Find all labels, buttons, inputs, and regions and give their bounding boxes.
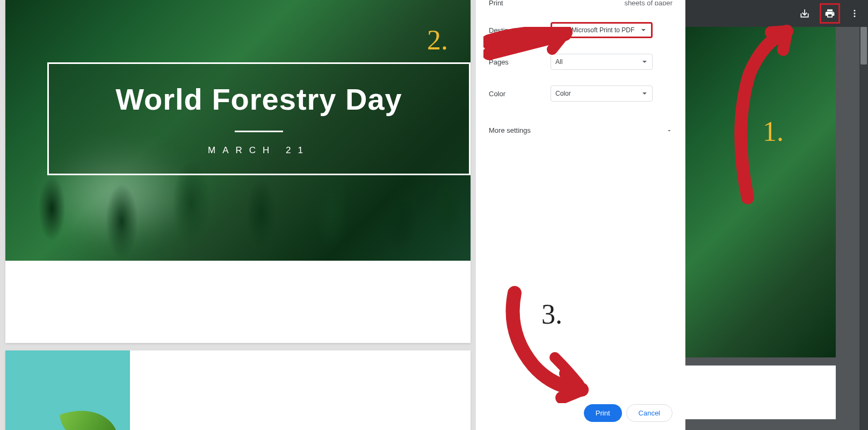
color-row: Color Color: [476, 81, 685, 106]
chevron-down-icon: [666, 127, 672, 134]
more-menu-icon[interactable]: [850, 9, 859, 18]
print-button[interactable]: Print: [584, 404, 622, 422]
more-settings-label: More settings: [489, 126, 531, 134]
pages-row: Pages All: [476, 49, 685, 74]
scrollbar-track[interactable]: [859, 27, 868, 430]
download-icon[interactable]: [799, 8, 810, 19]
print-buttons-row: Print Cancel: [584, 404, 672, 422]
pages-label: Pages: [489, 58, 551, 66]
chevron-down-icon: [641, 29, 646, 31]
color-value: Color: [555, 90, 571, 97]
chevron-down-icon: [642, 61, 647, 63]
print-icon[interactable]: [820, 3, 840, 24]
print-title: Print: [489, 0, 503, 5]
title-divider: [235, 131, 283, 132]
preview-page-1: World Forestry Day MARCH 21: [5, 0, 471, 343]
teal-sidebar-block: [5, 350, 130, 430]
preview-page-2: [5, 350, 471, 430]
more-settings-toggle[interactable]: More settings: [476, 120, 685, 141]
svg-point-2: [854, 16, 856, 17]
cancel-button[interactable]: Cancel: [626, 404, 672, 422]
leaf-graphic: [59, 402, 118, 430]
title-frame: World Forestry Day MARCH 21: [47, 62, 471, 175]
destination-select[interactable]: Microsoft Print to PDF: [551, 22, 653, 38]
document-subtitle: MARCH 21: [208, 145, 310, 156]
destination-value: Microsoft Print to PDF: [572, 26, 634, 34]
scrollbar-thumb[interactable]: [860, 27, 867, 64]
pages-select[interactable]: All: [551, 54, 653, 70]
printer-icon: [556, 26, 566, 34]
svg-point-1: [854, 13, 856, 15]
print-preview-area: World Forestry Day MARCH 21: [0, 0, 476, 430]
svg-point-0: [854, 10, 856, 11]
color-label: Color: [489, 90, 551, 98]
print-header: Print sheets of paper: [476, 0, 685, 5]
sheets-of-paper-text: sheets of paper: [624, 0, 672, 5]
destination-label: Destination: [489, 26, 551, 34]
color-select[interactable]: Color: [551, 85, 653, 102]
browser-preview-forest: [685, 27, 836, 357]
forest-background: World Forestry Day MARCH 21: [5, 0, 471, 261]
browser-preview-white: [685, 366, 836, 419]
document-main-title: World Forestry Day: [115, 82, 402, 117]
destination-row: Destination Microsoft Print to PDF: [476, 18, 685, 42]
pages-value: All: [555, 58, 562, 66]
chevron-down-icon: [642, 92, 647, 95]
print-dialog-panel: Print sheets of paper Destination Micros…: [476, 0, 685, 430]
browser-pdf-viewer: [685, 0, 868, 430]
browser-toolbar: [685, 0, 868, 27]
